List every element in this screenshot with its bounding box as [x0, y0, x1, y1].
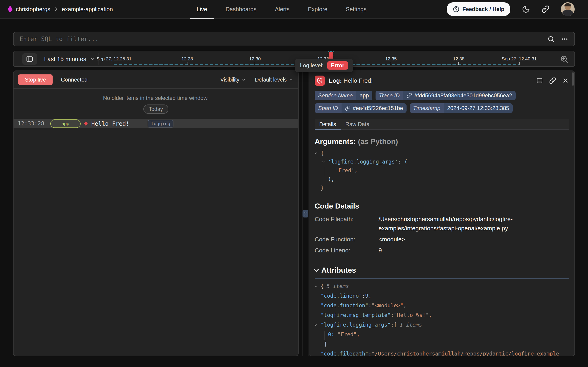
- visibility-dropdown[interactable]: Visibility: [220, 77, 246, 83]
- sidebar-toggle-button[interactable]: [22, 53, 37, 65]
- attributes-divider: [315, 278, 569, 279]
- chevron-down-icon: [314, 267, 319, 272]
- live-panel-header: Stop live Connected Visibility Default l…: [14, 71, 298, 89]
- connection-status: Connected: [61, 76, 88, 83]
- visibility-label: Visibility: [220, 77, 239, 83]
- time-range-bar: Last 15 minutes Sep 27, 12:25:31 12:28 1…: [13, 51, 575, 67]
- detail-badges: Service Name app Trace ID #fdd5694a8fa98…: [315, 91, 569, 113]
- service-chip[interactable]: app: [50, 119, 81, 128]
- timeline-tick: 12:38: [453, 56, 464, 65]
- nav-tab-live[interactable]: Live: [190, 0, 214, 18]
- arguments-code-block: { 'logfire.logging_args': ( 'Fred', ), }: [315, 149, 569, 192]
- code-details-heading: Code Details: [315, 202, 569, 210]
- attributes-heading[interactable]: Attributes: [315, 266, 569, 275]
- code-filepath-value: /Users/christophersamiullah/repos/pydant…: [379, 215, 535, 233]
- copy-link-icon[interactable]: [549, 77, 556, 84]
- chevron-down-icon: [90, 56, 96, 62]
- panel-left-icon: [26, 55, 33, 63]
- badge-label: Span ID: [315, 103, 341, 113]
- detail-header: Log: Hello Fred!: [315, 75, 569, 86]
- link-icon: [345, 105, 350, 111]
- zoom-in-button[interactable]: [560, 54, 570, 64]
- stop-live-button[interactable]: Stop live: [18, 75, 53, 85]
- timeline-tick: Sep 27, 12:25:31: [97, 56, 131, 65]
- collapse-toggle-icon[interactable]: [315, 151, 317, 154]
- search-icon[interactable]: [547, 35, 555, 43]
- timeline-tick: 12:30: [249, 56, 261, 65]
- log-message: Hello Fred!: [91, 120, 130, 127]
- time-range-label: Last 15 minutes: [44, 56, 86, 63]
- badge-label: Service Name: [315, 91, 356, 100]
- grip-dots-icon: [304, 211, 307, 216]
- breadcrumb-separator-icon: [54, 7, 58, 12]
- sql-filter-input[interactable]: [14, 32, 547, 46]
- code-lineno-value: 9: [379, 246, 382, 255]
- sql-filter-actions: [547, 35, 574, 43]
- feedback-help-label: Feedback / Help: [462, 6, 504, 12]
- nav-tab-alerts[interactable]: Alerts: [268, 0, 296, 18]
- breadcrumb-org[interactable]: christophergs: [16, 6, 50, 13]
- tab-raw-data[interactable]: Raw Data: [341, 119, 374, 130]
- log-detail-panel: Log: Hello Fred! Service Name app Trace …: [309, 70, 575, 356]
- avatar-hair: [564, 3, 571, 6]
- help-circle-icon: [453, 6, 460, 13]
- error-shield-icon: [315, 75, 325, 86]
- error-level-badge: Error: [327, 61, 348, 70]
- collapse-toggle-icon[interactable]: [322, 160, 324, 163]
- nav-tab-explore[interactable]: Explore: [302, 0, 334, 18]
- time-range-dropdown[interactable]: Last 15 minutes: [44, 51, 96, 67]
- detail-title-text: Hello Fred!: [344, 77, 373, 84]
- default-levels-label: Default levels: [255, 77, 287, 83]
- tooltip-label: Log level:: [300, 62, 324, 69]
- tab-details[interactable]: Details: [315, 119, 341, 130]
- timestamp-badge[interactable]: Timestamp 2024-09-27 12:33:28.385: [410, 103, 513, 113]
- live-view-panel: Stop live Connected Visibility Default l…: [13, 70, 298, 356]
- code-filepath-row: Code Filepath: /Users/christophersamiull…: [315, 215, 569, 233]
- scope-chip[interactable]: logging: [148, 120, 174, 127]
- service-name-badge[interactable]: Service Name app: [315, 91, 372, 100]
- code-function-value: <module>: [379, 235, 405, 244]
- more-options-icon[interactable]: [561, 35, 569, 43]
- error-level-icon: [84, 121, 88, 126]
- timeline-tick: Sep 27, 12:40:31: [502, 56, 537, 65]
- collapse-toggle-icon[interactable]: [315, 284, 317, 287]
- span-id-badge[interactable]: Span ID #ea4d5f226ec151be: [315, 103, 406, 113]
- feedback-help-button[interactable]: Feedback / Help: [447, 2, 510, 16]
- top-nav: christophergs example-application Live D…: [0, 0, 588, 19]
- log-level-tooltip: Log level: Error: [295, 59, 353, 72]
- timeline-tick: 12:28: [182, 56, 193, 65]
- log-time: 12:33:28: [18, 120, 44, 127]
- log-list: No older items in the selected time wind…: [14, 95, 298, 128]
- default-levels-dropdown[interactable]: Default levels: [255, 77, 294, 83]
- detail-title: Log: Hello Fred!: [329, 77, 373, 84]
- avatar-body: [562, 10, 573, 16]
- resize-handle[interactable]: [303, 210, 308, 217]
- close-panel-icon[interactable]: [562, 77, 569, 84]
- badge-value: #ea4d5f226ec151be: [353, 105, 403, 111]
- pydantic-logo-icon[interactable]: [8, 6, 13, 13]
- badge-value: #fdd5694a8fa98eb4e301d99ebc056ea2: [414, 92, 512, 99]
- user-avatar[interactable]: [561, 2, 575, 16]
- nav-tabs: Live Dashboards Alerts Explore Settings: [190, 0, 373, 18]
- attributes-code-block: {5 items "code.lineno": 9, "code.functio…: [315, 281, 569, 356]
- chevron-down-icon: [289, 77, 294, 82]
- today-button[interactable]: Today: [143, 105, 168, 114]
- detail-tabs: Details Raw Data: [315, 119, 569, 130]
- detail-kind: Log:: [329, 77, 342, 84]
- detail-header-actions: [536, 77, 569, 84]
- nav-tab-settings[interactable]: Settings: [339, 0, 373, 18]
- share-link-icon[interactable]: [542, 5, 549, 13]
- trace-id-badge[interactable]: Trace ID #fdd5694a8fa98eb4e301d99ebc056e…: [376, 91, 516, 100]
- detail-scrollbar[interactable]: [572, 72, 574, 86]
- theme-toggle-moon-icon[interactable]: [522, 5, 530, 13]
- log-row[interactable]: 12:33:28 app Hello Fred! logging: [14, 119, 298, 128]
- code-details-rows: Code Filepath: /Users/christophersamiull…: [315, 215, 569, 255]
- logo-accent-line: [10, 0, 10, 6]
- panel-resize-gutter[interactable]: [302, 70, 309, 356]
- nav-tab-dashboards[interactable]: Dashboards: [219, 0, 263, 18]
- code-function-row: Code Function: <module>: [315, 235, 569, 244]
- layout-toggle-icon[interactable]: [536, 77, 543, 84]
- code-lineno-row: Code Lineno: 9: [315, 246, 569, 255]
- badge-value: 2024-09-27 12:33:28.385: [444, 103, 513, 113]
- breadcrumb-project[interactable]: example-application: [62, 6, 113, 13]
